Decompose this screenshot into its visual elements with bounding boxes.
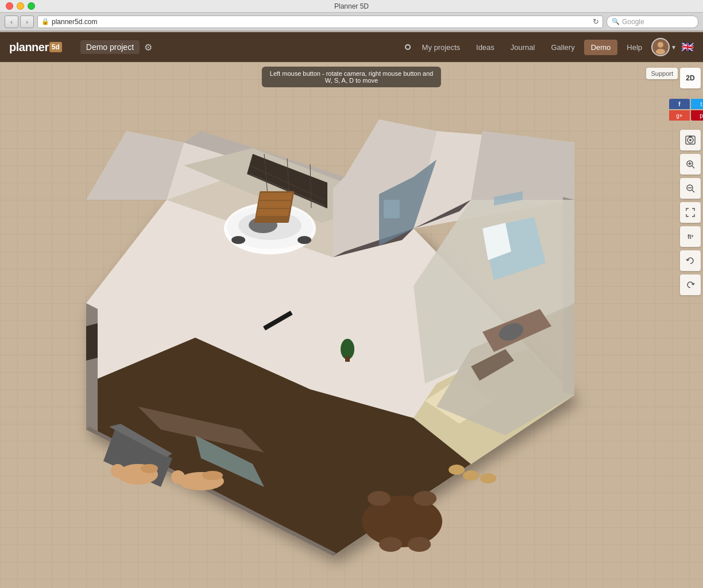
bedroom-wall-top <box>471 131 574 200</box>
search-bar[interactable]: 🔍 Google <box>607 16 698 28</box>
tooltip-text: Left mouse button - rotate camera, right… <box>270 70 433 84</box>
human-1-head <box>111 464 125 478</box>
logo-area: planner 5d <box>9 41 62 54</box>
zoom-in-button[interactable] <box>680 154 701 175</box>
secure-icon: 🔒 <box>41 18 49 25</box>
door-left <box>86 323 98 361</box>
garage-side-wall <box>86 131 184 200</box>
app-wrapper: planner 5d Demo project ⚙ My projects Id… <box>0 32 703 588</box>
search-icon: 🔍 <box>612 18 620 25</box>
pinterest-icon[interactable]: p <box>691 110 703 121</box>
nav-gallery[interactable]: Gallery <box>544 40 581 55</box>
floorplan-svg <box>23 85 632 579</box>
human-2-head <box>171 470 185 484</box>
project-name[interactable]: Demo project <box>80 40 140 54</box>
shelf-1 <box>260 193 292 200</box>
shower <box>384 200 400 218</box>
address-bar[interactable]: 🔒 planner5d.com ↻ <box>37 16 603 28</box>
chair-3 <box>379 537 402 552</box>
search-placeholder: Google <box>622 18 644 26</box>
svg-point-0 <box>658 42 663 48</box>
title-bar: Planner 5D <box>0 0 703 13</box>
nav-my-projects[interactable]: My projects <box>415 40 467 55</box>
browser-toolbar: ‹ › 🔒 planner5d.com ↻ 🔍 Google <box>0 13 703 31</box>
browser-chrome: Planner 5D ‹ › 🔒 planner5d.com ↻ 🔍 Googl… <box>0 0 703 32</box>
url-text: planner5d.com <box>52 18 97 26</box>
top-nav: planner 5d Demo project ⚙ My projects Id… <box>0 32 703 62</box>
nav-ideas[interactable]: Ideas <box>469 40 501 55</box>
nav-indicator-dot <box>405 44 411 50</box>
close-button[interactable] <box>6 2 13 10</box>
right-sidebar: 2D f t g+ p <box>678 62 703 588</box>
floorplan-container <box>57 96 657 577</box>
main-content: Left mouse button - rotate camera, right… <box>0 62 703 588</box>
minimize-button[interactable] <box>17 2 24 10</box>
car-wheel-fr <box>298 236 311 244</box>
tooltip-box: Left mouse button - rotate camera, right… <box>262 67 441 87</box>
human-2-arm <box>202 471 223 480</box>
plant-pot <box>345 356 350 362</box>
googleplus-icon[interactable]: g+ <box>669 110 690 121</box>
mode-2d-button[interactable]: 2D <box>680 68 701 88</box>
user-avatar[interactable] <box>651 38 670 56</box>
maximize-button[interactable] <box>28 2 35 10</box>
shelf-3 <box>257 209 289 216</box>
screenshot-button[interactable] <box>680 130 701 150</box>
user-dropdown-arrow[interactable]: ▼ <box>671 44 677 51</box>
back-button[interactable]: ‹ <box>5 16 18 28</box>
bar-stool-3 <box>480 473 496 483</box>
svg-line-17 <box>692 190 694 192</box>
left-wall <box>86 303 98 435</box>
nav-demo[interactable]: Demo <box>584 40 618 55</box>
car-wheel-fl <box>231 236 245 244</box>
nav-links: My projects Ideas Journal Gallery Demo H… <box>415 40 650 55</box>
chair-2 <box>414 491 437 506</box>
forward-button[interactable]: › <box>20 16 34 28</box>
social-cluster: f t g+ p <box>669 99 703 121</box>
settings-button[interactable]: ⚙ <box>144 42 152 53</box>
refresh-button[interactable]: ↻ <box>593 17 599 26</box>
nav-journal[interactable]: Journal <box>504 40 542 55</box>
bar-stool-2 <box>463 470 479 481</box>
svg-point-8 <box>689 139 692 141</box>
human-1-arm <box>141 464 158 473</box>
browser-title: Planner 5D <box>334 2 369 10</box>
logo-text: planner <box>9 41 49 54</box>
window-controls[interactable] <box>6 2 35 10</box>
nav-buttons[interactable]: ‹ › <box>5 16 34 28</box>
svg-line-14 <box>692 166 694 168</box>
support-button[interactable]: Support <box>646 68 678 79</box>
svg-point-1 <box>656 49 665 55</box>
logo-5d: 5d <box>49 42 62 52</box>
units-button[interactable]: ft² <box>680 226 701 247</box>
bar-stool-1 <box>449 465 465 475</box>
redo-button[interactable] <box>680 274 701 295</box>
twitter-icon[interactable]: t <box>691 99 703 109</box>
chair-1 <box>368 491 391 506</box>
zoom-out-button[interactable] <box>680 178 701 199</box>
language-flag[interactable]: 🇬🇧 <box>681 41 694 53</box>
fullscreen-button[interactable] <box>680 202 701 223</box>
chair-4 <box>408 537 431 552</box>
shelf-2 <box>258 201 291 208</box>
undo-button[interactable] <box>680 250 701 271</box>
nav-help[interactable]: Help <box>620 40 649 55</box>
facebook-icon[interactable]: f <box>669 99 690 109</box>
